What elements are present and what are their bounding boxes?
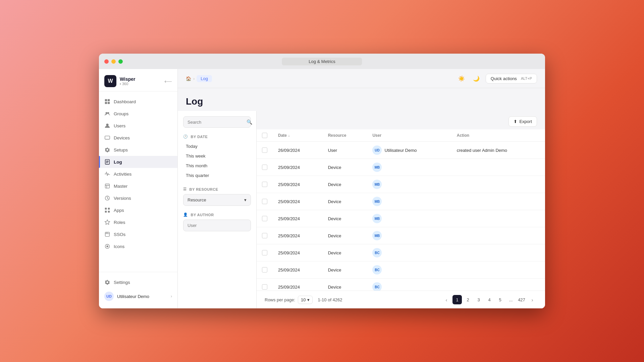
row-checkbox[interactable]	[262, 165, 267, 170]
search-box[interactable]: 🔍	[183, 116, 251, 128]
sidebar-item-settings[interactable]: Settings	[99, 276, 177, 288]
quick-actions-label: Quick actions	[491, 76, 517, 81]
table-row: 25/09/2024 Device BC	[257, 244, 545, 261]
sidebar-item-setups[interactable]: Setups	[99, 144, 177, 156]
resource-select[interactable]: Resource ▾	[183, 194, 251, 206]
row-checkbox[interactable]	[262, 199, 267, 204]
export-icon: ⬆	[514, 119, 517, 124]
cell-user: BC	[367, 244, 451, 261]
back-button[interactable]: ⟵	[164, 78, 172, 84]
clock-icon: 🕐	[183, 134, 188, 139]
table-row: 25/09/2024 Device MB	[257, 227, 545, 244]
table-area: ⬆ Export	[257, 111, 545, 308]
row-checkbox[interactable]	[262, 216, 267, 221]
export-button[interactable]: ⬆ Export	[508, 116, 537, 127]
cell-resource: Device	[323, 279, 367, 291]
sidebar-label-users: Users	[114, 123, 125, 128]
prev-page-button[interactable]: ‹	[442, 295, 451, 304]
user-row[interactable]: UD Utilisateur Demo ›	[99, 288, 177, 304]
dark-mode-button[interactable]: 🌙	[471, 73, 482, 84]
page-1-button[interactable]: 1	[452, 295, 462, 304]
filter-this-month[interactable]: This month	[183, 161, 251, 171]
titlebar: Log & Metrics	[99, 54, 545, 69]
cell-resource: Device	[323, 244, 367, 261]
cell-action	[451, 193, 545, 210]
sidebar-item-versions[interactable]: Versions	[99, 192, 177, 204]
sidebar-label-devices: Devices	[114, 135, 130, 140]
filter-this-quarter[interactable]: This quarter	[183, 171, 251, 180]
sidebar-item-log[interactable]: Log	[99, 156, 177, 168]
sidebar-item-dashboard[interactable]: Dashboard	[99, 96, 177, 108]
cell-date: 25/09/2024	[273, 261, 323, 279]
rows-per-page-select[interactable]: 10 ▾	[298, 296, 312, 304]
svg-point-5	[107, 112, 109, 114]
sidebar-item-devices[interactable]: Devices	[99, 132, 177, 144]
svg-rect-14	[105, 208, 107, 209]
light-mode-button[interactable]: ☀️	[456, 73, 467, 84]
page-4-button[interactable]: 4	[485, 295, 494, 304]
cell-resource: Device	[323, 210, 367, 227]
sidebar-item-users[interactable]: Users	[99, 120, 177, 132]
col-date: Date ↓	[273, 129, 323, 142]
topbar-right: ☀️ 🌙 Quick actions ALT+P	[456, 73, 537, 84]
sidebar-label-groups: Groups	[114, 111, 128, 116]
svg-rect-3	[108, 102, 110, 104]
home-icon[interactable]: 🏠	[186, 76, 191, 81]
select-all-checkbox[interactable]	[262, 133, 267, 138]
row-checkbox[interactable]	[262, 284, 267, 290]
page-ellipsis: ...	[506, 295, 516, 304]
page-2-button[interactable]: 2	[463, 295, 473, 304]
page-5-button[interactable]: 5	[495, 295, 505, 304]
user-initials: UD	[106, 294, 112, 298]
sidebar-item-groups[interactable]: Groups	[99, 108, 177, 120]
app-window: Log & Metrics W Wisper • 360 ⟵ Dashboard	[99, 54, 545, 308]
user-avatar-badge: MB	[372, 231, 382, 240]
svg-point-19	[106, 233, 107, 233]
quick-actions-button[interactable]: Quick actions ALT+P	[486, 74, 537, 83]
sidebar-item-ssos[interactable]: SSOs	[99, 228, 177, 240]
row-checkbox[interactable]	[262, 250, 267, 255]
sidebar-item-icons[interactable]: Icons	[99, 240, 177, 252]
sidebar-item-activities[interactable]: Activities	[99, 168, 177, 180]
sidebar-item-roles[interactable]: Roles	[99, 216, 177, 228]
filter-today[interactable]: Today	[183, 141, 251, 151]
sort-icon[interactable]: ↓	[288, 134, 290, 137]
cell-user: MB	[367, 176, 451, 193]
page-last-button[interactable]: 427	[517, 295, 526, 304]
sidebar-nav: Dashboard Groups Users Devices	[99, 92, 177, 272]
data-table: Date ↓ Resource User Action	[257, 129, 545, 291]
close-button[interactable]	[104, 59, 109, 64]
table-row: 25/09/2024 Device BC	[257, 261, 545, 279]
cell-user: MB	[367, 227, 451, 244]
resource-value: Resource	[187, 197, 206, 202]
next-page-button[interactable]: ›	[528, 295, 537, 304]
table-row: 25/09/2024 Device MB	[257, 210, 545, 227]
table-scroll[interactable]: Date ↓ Resource User Action	[257, 129, 545, 291]
sidebar-label-log: Log	[114, 160, 122, 165]
minimize-button[interactable]	[111, 59, 116, 64]
sidebar-label-versions: Versions	[114, 196, 131, 201]
sidebar-label-master: Master	[114, 184, 127, 189]
sidebar-item-apps[interactable]: Apps	[99, 204, 177, 216]
svg-point-21	[106, 245, 108, 247]
search-input[interactable]	[187, 120, 244, 125]
sidebar-label-setups: Setups	[114, 147, 128, 153]
author-input[interactable]	[183, 220, 251, 231]
by-date-section: 🕐 BY DATE	[183, 134, 251, 139]
sidebar-label-activities: Activities	[114, 172, 131, 177]
user-avatar-badge: BC	[372, 282, 382, 291]
filter-this-week[interactable]: This week	[183, 151, 251, 161]
row-checkbox[interactable]	[262, 267, 267, 273]
cell-user: MB	[367, 193, 451, 210]
cell-action	[451, 227, 545, 244]
sidebar-item-master[interactable]: Master	[99, 180, 177, 192]
fullscreen-button[interactable]	[118, 59, 123, 64]
row-checkbox[interactable]	[262, 147, 267, 153]
svg-rect-7	[105, 136, 110, 139]
row-checkbox[interactable]	[262, 182, 267, 187]
row-checkbox[interactable]	[262, 233, 267, 238]
sidebar-label-roles: Roles	[114, 220, 125, 225]
by-author-label: BY AUTHOR	[191, 213, 214, 217]
page-3-button[interactable]: 3	[474, 295, 483, 304]
by-resource-section: ☰ BY RESOURCE	[183, 187, 251, 191]
